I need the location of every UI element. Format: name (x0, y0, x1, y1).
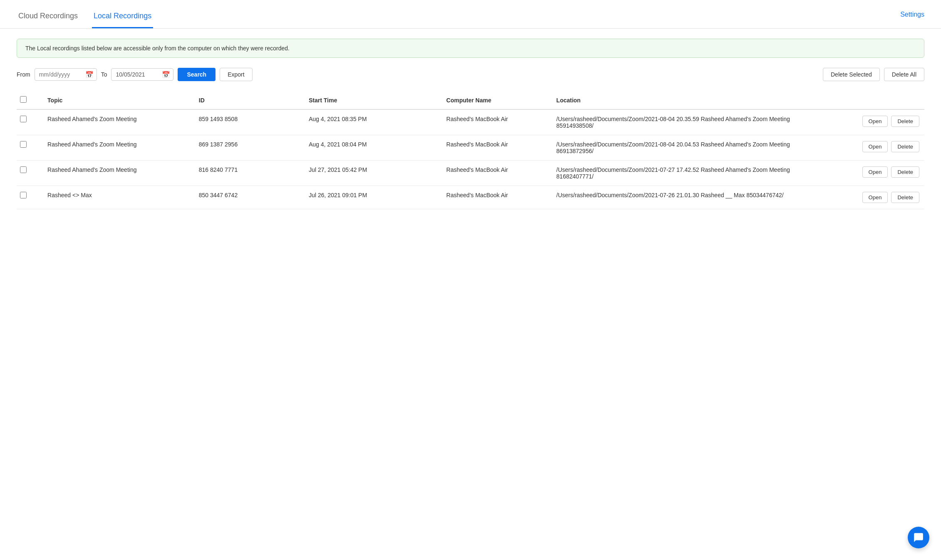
row-checkbox-cell (17, 135, 44, 161)
row-id: 869 1387 2956 (196, 135, 305, 161)
row-checkbox-cell (17, 186, 44, 209)
row-topic: Rasheed Ahamed's Zoom Meeting (44, 161, 196, 186)
row-checkbox-1[interactable] (20, 141, 27, 148)
row-topic: Rasheed Ahamed's Zoom Meeting (44, 109, 196, 135)
row-id: 850 3447 6742 (196, 186, 305, 209)
settings-link[interactable]: Settings (900, 11, 924, 25)
delete-all-button[interactable]: Delete All (884, 68, 924, 81)
chat-bubble[interactable] (908, 527, 929, 548)
header-id: ID (196, 93, 305, 109)
info-banner: The Local recordings listed below are ac… (17, 39, 924, 58)
row-location: /Users/rasheed/Documents/Zoom/2021-08-04… (553, 109, 814, 135)
table-row: Rasheed <> Max 850 3447 6742 Jul 26, 202… (17, 186, 924, 209)
chat-icon (913, 532, 924, 543)
row-actions: Open Delete (814, 109, 924, 135)
row-checkbox-2[interactable] (20, 166, 27, 173)
delete-row-button-1[interactable]: Delete (891, 141, 919, 152)
tab-local[interactable]: Local Recordings (92, 7, 153, 28)
row-checkbox-0[interactable] (20, 116, 27, 122)
export-button[interactable]: Export (220, 68, 252, 81)
search-button[interactable]: Search (178, 68, 215, 81)
row-topic: Rasheed Ahamed's Zoom Meeting (44, 135, 196, 161)
row-checkbox-cell (17, 161, 44, 186)
row-actions: Open Delete (814, 186, 924, 209)
header-checkbox-cell (17, 93, 44, 109)
from-date-wrapper: 📅 (35, 68, 97, 81)
open-button-3[interactable]: Open (862, 192, 888, 203)
row-location: /Users/rasheed/Documents/Zoom/2021-07-27… (553, 161, 814, 186)
row-id: 859 1493 8508 (196, 109, 305, 135)
header-actions (814, 93, 924, 109)
row-checkbox-3[interactable] (20, 192, 27, 198)
to-label: To (101, 71, 107, 78)
row-location: /Users/rasheed/Documents/Zoom/2021-08-04… (553, 135, 814, 161)
header-location: Location (553, 93, 814, 109)
row-actions: Open Delete (814, 161, 924, 186)
delete-row-button-3[interactable]: Delete (891, 192, 919, 203)
to-date-input[interactable] (111, 68, 173, 81)
table-row: Rasheed Ahamed's Zoom Meeting 869 1387 2… (17, 135, 924, 161)
action-buttons: Open Delete (817, 116, 919, 127)
tabs-bar: Cloud Recordings Local Recordings Settin… (0, 0, 941, 29)
from-date-input[interactable] (35, 68, 97, 81)
row-start-time: Aug 4, 2021 08:04 PM (305, 135, 443, 161)
main-content: The Local recordings listed below are ac… (0, 29, 941, 219)
tabs-left: Cloud Recordings Local Recordings (17, 7, 153, 28)
filter-bar: From 📅 To 📅 Search Export Delete Selecte… (17, 68, 924, 81)
row-start-time: Jul 27, 2021 05:42 PM (305, 161, 443, 186)
row-computer-name: Rasheed's MacBook Air (443, 186, 553, 209)
delete-selected-button[interactable]: Delete Selected (823, 68, 880, 81)
header-topic: Topic (44, 93, 196, 109)
open-button-2[interactable]: Open (862, 166, 888, 178)
header-start-time: Start Time (305, 93, 443, 109)
row-actions: Open Delete (814, 135, 924, 161)
from-label: From (17, 71, 30, 78)
open-button-0[interactable]: Open (862, 116, 888, 127)
row-computer-name: Rasheed's MacBook Air (443, 161, 553, 186)
tab-cloud[interactable]: Cloud Recordings (17, 7, 79, 28)
row-start-time: Jul 26, 2021 09:01 PM (305, 186, 443, 209)
delete-row-button-2[interactable]: Delete (891, 166, 919, 178)
to-date-wrapper: 📅 (111, 68, 173, 81)
row-computer-name: Rasheed's MacBook Air (443, 135, 553, 161)
action-buttons: Open Delete (817, 192, 919, 203)
row-id: 816 8240 7771 (196, 161, 305, 186)
select-all-checkbox[interactable] (20, 96, 27, 103)
row-location: /Users/rasheed/Documents/Zoom/2021-07-26… (553, 186, 814, 209)
row-computer-name: Rasheed's MacBook Air (443, 109, 553, 135)
open-button-1[interactable]: Open (862, 141, 888, 152)
banner-text: The Local recordings listed below are ac… (25, 45, 290, 52)
row-topic: Rasheed <> Max (44, 186, 196, 209)
row-checkbox-cell (17, 109, 44, 135)
table-row: Rasheed Ahamed's Zoom Meeting 816 8240 7… (17, 161, 924, 186)
row-start-time: Aug 4, 2021 08:35 PM (305, 109, 443, 135)
header-computer-name: Computer Name (443, 93, 553, 109)
action-buttons: Open Delete (817, 166, 919, 178)
action-buttons: Open Delete (817, 141, 919, 152)
delete-row-button-0[interactable]: Delete (891, 116, 919, 127)
table-header-row: Topic ID Start Time Computer Name Locati… (17, 93, 924, 109)
table-row: Rasheed Ahamed's Zoom Meeting 859 1493 8… (17, 109, 924, 135)
recordings-table: Topic ID Start Time Computer Name Locati… (17, 93, 924, 209)
